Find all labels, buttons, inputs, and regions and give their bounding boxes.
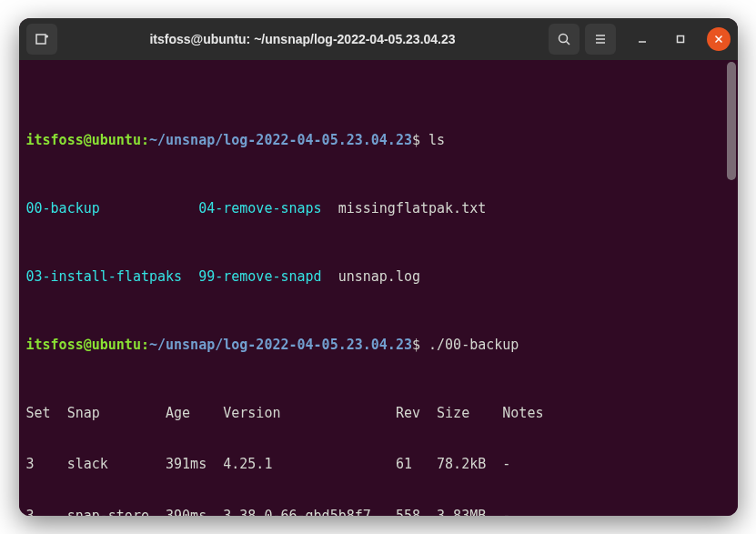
minimize-icon [638, 35, 647, 44]
table-header: Set Snap Age Version Rev Size Notes [26, 405, 731, 422]
close-button[interactable] [707, 27, 731, 51]
prompt-line-1: itsfoss@ubuntu:~/unsnap/log-2022-04-05.2… [26, 132, 731, 149]
file-04-remove-snaps: 04-remove-snaps [198, 200, 321, 217]
hamburger-icon [593, 32, 608, 46]
prompt-colon: : [141, 132, 149, 148]
titlebar-right [549, 24, 731, 55]
file-00-backup: 00-backup [26, 200, 100, 217]
ls-row-1: 00-backup 04-remove-snaps missingflatpak… [26, 200, 731, 217]
file-missingflatpak: missingflatpak.txt [338, 200, 487, 217]
table-row: 3 snap-store 390ms 3.38.0-66-gbd5b8f7 55… [26, 508, 731, 517]
new-tab-icon [35, 32, 49, 46]
file-99-remove-snapd: 99-remove-snapd [198, 268, 321, 285]
prompt-colon: : [141, 337, 149, 353]
new-tab-button[interactable] [26, 24, 57, 55]
prompt-path: ~/unsnap/log-2022-04-05.23.04.23 [149, 337, 412, 353]
command-ls: ls [428, 132, 445, 148]
prompt-dollar: $ [412, 132, 420, 148]
window-title: itsfoss@ubuntu: ~/unsnap/log-2022-04-05.… [63, 32, 543, 46]
svg-line-4 [566, 42, 570, 45]
close-icon [714, 35, 723, 44]
scrollbar[interactable] [727, 62, 736, 180]
ls-row-2: 03-install-flatpaks 99-remove-snapd unsn… [26, 268, 731, 286]
prompt-user: itsfoss@ubuntu [26, 337, 141, 353]
prompt-path: ~/unsnap/log-2022-04-05.23.04.23 [149, 132, 412, 148]
titlebar: itsfoss@ubuntu: ~/unsnap/log-2022-04-05.… [19, 18, 738, 60]
menu-button[interactable] [585, 24, 616, 55]
svg-rect-0 [36, 35, 45, 44]
svg-rect-9 [677, 36, 683, 43]
svg-point-3 [559, 35, 567, 43]
table-row: 3 slack 391ms 4.25.1 61 78.2kB - [26, 456, 731, 473]
prompt-dollar: $ [412, 337, 420, 353]
prompt-user: itsfoss@ubuntu [26, 132, 141, 148]
prompt-line-2: itsfoss@ubuntu:~/unsnap/log-2022-04-05.2… [26, 337, 731, 354]
command-backup: ./00-backup [428, 337, 519, 353]
maximize-button[interactable] [669, 27, 692, 51]
maximize-icon [676, 35, 685, 44]
search-button[interactable] [549, 24, 580, 55]
file-03-install-flatpaks: 03-install-flatpaks [26, 268, 183, 285]
minimize-button[interactable] [630, 27, 654, 51]
search-icon [557, 32, 571, 46]
terminal-window: itsfoss@ubuntu: ~/unsnap/log-2022-04-05.… [19, 18, 738, 516]
terminal-body[interactable]: itsfoss@ubuntu:~/unsnap/log-2022-04-05.2… [19, 60, 738, 516]
file-unsnap-log: unsnap.log [338, 268, 420, 285]
